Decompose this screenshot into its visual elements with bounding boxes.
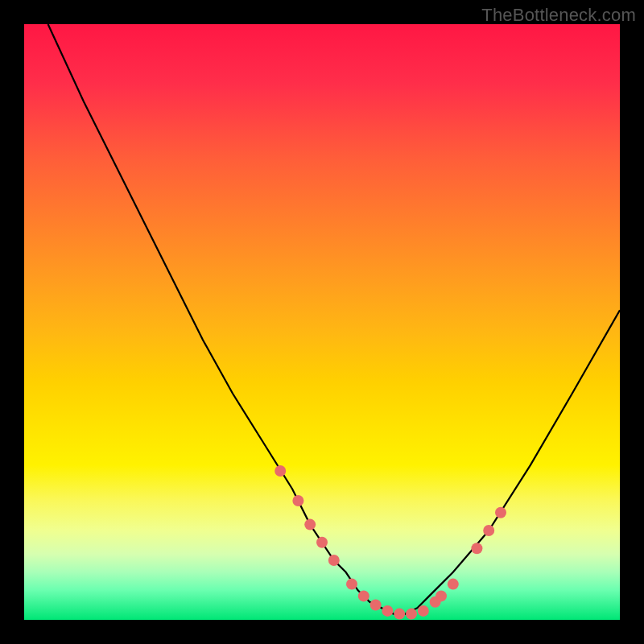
highlight-dot [495,507,506,518]
highlighted-dots-group [275,465,506,620]
highlight-dot [292,495,303,506]
highlight-dot [418,605,429,617]
highlight-dot [328,555,340,566]
highlight-dot [382,605,393,617]
bottleneck-curve [48,24,620,614]
chart-svg [24,24,620,620]
watermark-text: TheBottleneck.com [481,5,636,26]
highlight-dot [448,579,459,590]
highlight-dot [471,543,482,554]
highlight-dot [483,525,494,536]
highlight-dot [316,537,328,548]
plot-area [24,24,620,620]
highlight-dot [406,609,417,620]
highlight-dot [358,590,369,601]
highlight-dot [436,590,447,601]
highlight-dot [394,609,405,620]
highlight-dot [346,579,357,590]
highlight-dot [275,465,286,477]
chart-frame: TheBottleneck.com [0,0,644,644]
highlight-dot [304,519,316,530]
highlight-dot [370,600,382,611]
